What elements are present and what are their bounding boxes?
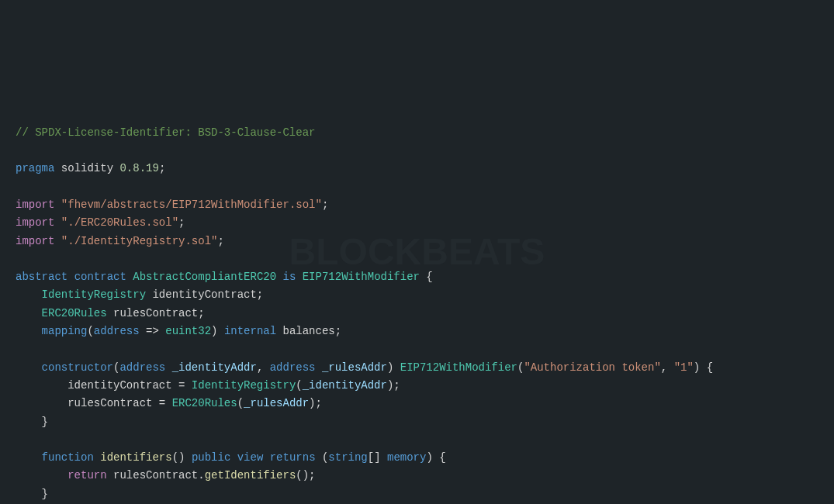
arg-var: _identityAddr: [303, 379, 387, 392]
balances-var: balances: [283, 325, 335, 337]
arg-var: _rulesAddr: [244, 397, 309, 409]
parent-type: EIP712WithModifier: [303, 271, 420, 283]
return-keyword: return: [67, 469, 106, 482]
contract-keyword: contract: [74, 271, 126, 283]
function-keyword: function: [42, 451, 94, 464]
import-keyword: import: [16, 216, 54, 229]
field-type: IdentityRegistry: [42, 288, 146, 301]
pragma-keyword: pragma: [16, 162, 54, 174]
param-var: _rulesAddr: [322, 361, 387, 374]
string-type: string: [328, 451, 367, 464]
address-type: address: [270, 361, 316, 374]
field-var: rulesContract: [113, 307, 198, 319]
spdx-comment: // SPDX-License-Identifier: BSD-3-Clause…: [16, 126, 315, 139]
auth-string: "Authorization token": [524, 361, 660, 374]
mapping-keyword: mapping: [42, 325, 88, 337]
euint32-type: euint32: [165, 325, 211, 337]
memory-keyword: memory: [387, 451, 426, 464]
constructor-keyword: constructor: [42, 361, 113, 374]
param-var: _identityAddr: [172, 361, 257, 374]
field-type: ERC20Rules: [42, 307, 107, 319]
modifier-call: EIP712WithModifier: [400, 361, 517, 374]
code-block: // SPDX-License-Identifier: BSD-3-Clause…: [16, 124, 818, 504]
import-keyword: import: [16, 235, 54, 247]
call-var: rulesContract: [113, 469, 198, 482]
cast-type: ERC20Rules: [172, 397, 237, 409]
is-keyword: is: [283, 271, 296, 283]
view-keyword: view: [237, 451, 264, 464]
import-path: "./IdentityRegistry.sol": [61, 235, 218, 247]
internal-keyword: internal: [224, 325, 276, 337]
public-keyword: public: [192, 451, 230, 464]
contract-name: AbstractCompliantERC20: [133, 271, 276, 283]
cast-type: IdentityRegistry: [192, 379, 296, 392]
solidity-ident: solidity: [61, 162, 113, 174]
method-name: getIdentifiers: [205, 469, 296, 482]
assign-var: rulesContract: [67, 397, 152, 409]
version-string: "1": [674, 361, 694, 374]
import-path: "./ERC20Rules.sol": [61, 216, 178, 229]
function-name: identifiers: [100, 451, 171, 464]
address-type: address: [119, 361, 165, 374]
returns-keyword: returns: [270, 451, 316, 464]
version-number: 0.8.19: [119, 162, 158, 174]
address-type: address: [94, 325, 140, 337]
abstract-keyword: abstract: [16, 271, 67, 283]
field-var: identityContract: [152, 288, 256, 301]
import-path: "fhevm/abstracts/EIP712WithModifier.sol": [61, 198, 322, 211]
assign-var: identityContract: [67, 379, 171, 392]
import-keyword: import: [16, 198, 54, 211]
